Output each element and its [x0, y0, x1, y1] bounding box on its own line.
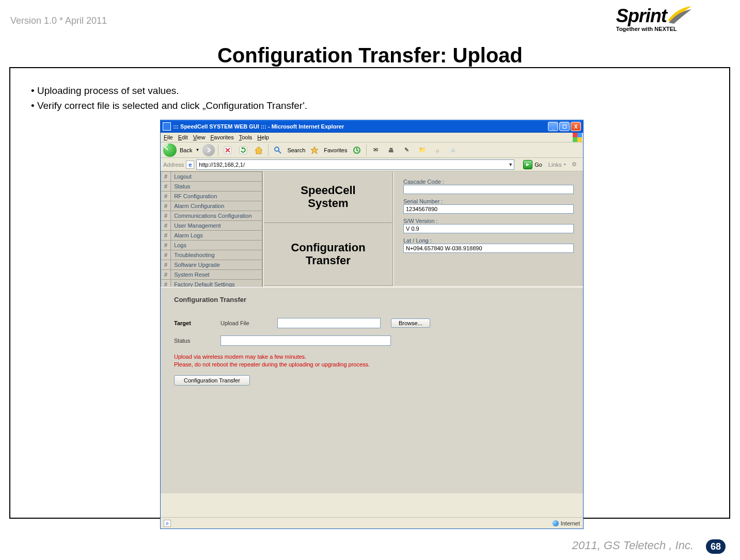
- ie-app-icon: [163, 122, 171, 131]
- sw-label: S/W Version :: [403, 218, 574, 224]
- search-icon[interactable]: [272, 144, 284, 156]
- messenger-button[interactable]: ☺: [447, 144, 460, 156]
- nav-sw-upgrade[interactable]: Software Upgrade: [171, 260, 262, 270]
- menu-view[interactable]: View: [193, 134, 206, 140]
- bullet-list: • Uploading process of set values. • Ver…: [31, 84, 307, 113]
- folder-button[interactable]: 📁: [416, 144, 429, 156]
- upload-file-label: Upload File: [221, 320, 267, 326]
- logo-brand: Sprint: [616, 5, 667, 27]
- back-label[interactable]: Back: [180, 147, 192, 153]
- print-button[interactable]: 🖶: [385, 144, 398, 156]
- config-transfer-panel: Configuration Transfer Target Upload Fil…: [161, 287, 583, 493]
- search-label[interactable]: Search: [287, 147, 305, 153]
- menu-tools[interactable]: Tools: [239, 134, 253, 140]
- sprint-wing-icon: [667, 5, 692, 26]
- lat-input[interactable]: [403, 244, 574, 253]
- nav-alarm-logs[interactable]: Alarm Logs: [171, 231, 262, 241]
- serial-label: Serial Number :: [403, 198, 574, 204]
- ie-menubar: File Edit View Favorites Tools Help: [161, 133, 583, 142]
- nav-user-mgmt[interactable]: User Management: [171, 221, 262, 231]
- sprint-logo: Sprint Together with NEXTEL: [616, 5, 719, 36]
- favorites-label[interactable]: Favorites: [324, 147, 347, 153]
- bullet-2: • Verify correct file is selected and cl…: [31, 99, 307, 114]
- maximize-button[interactable]: ☐: [559, 122, 570, 131]
- upload-file-input[interactable]: [277, 318, 381, 328]
- cfg-heading: Configuration Transfer: [174, 296, 570, 303]
- cascade-input[interactable]: [403, 185, 574, 194]
- minimize-button[interactable]: _: [548, 122, 558, 131]
- svg-point-2: [275, 147, 279, 151]
- lat-label: Lat / Long :: [403, 237, 574, 244]
- center-title-system: SpeedCell System: [264, 171, 392, 223]
- menu-favorites[interactable]: Favorites: [210, 134, 233, 140]
- warn-line-2: Please, do not reboot the repeater durin…: [174, 361, 570, 369]
- refresh-button[interactable]: [237, 144, 249, 156]
- page-title: Configuration Transfer: Upload: [0, 44, 740, 67]
- address-dropdown-icon[interactable]: ▼: [508, 162, 513, 167]
- sw-input[interactable]: [403, 224, 574, 233]
- ie-titlebar[interactable]: ::: SpeedCell SYSTEM WEB GUI ::: - Micro…: [161, 120, 583, 133]
- ie-address-bar: Address e ▼ Go Links » ⚙: [161, 158, 583, 171]
- ie-title-text: ::: SpeedCell SYSTEM WEB GUI ::: - Micro…: [173, 123, 344, 130]
- page-icon: e: [186, 161, 194, 169]
- footer-copyright: 2011, GS Teletech , Inc.: [572, 539, 694, 552]
- back-button[interactable]: [163, 143, 177, 157]
- page-number-badge: 68: [706, 539, 726, 554]
- nav-logout[interactable]: Logout: [171, 172, 262, 182]
- nav-alarm-config[interactable]: Alarm Configuration: [171, 201, 262, 211]
- status-label: Status: [174, 338, 210, 344]
- menu-file[interactable]: File: [164, 134, 173, 140]
- settings-icon[interactable]: ⚙: [568, 158, 580, 171]
- logo-tagline: Together with NEXTEL: [616, 26, 719, 32]
- status-input[interactable]: [221, 335, 391, 346]
- doc-version-label: Version 1.0 * April 2011: [10, 15, 107, 26]
- globe-icon: [553, 520, 559, 526]
- status-page-icon: e: [164, 520, 171, 527]
- address-label: Address: [163, 162, 184, 168]
- research-button[interactable]: ⌕: [432, 144, 444, 156]
- history-button[interactable]: [351, 144, 363, 156]
- address-input[interactable]: [196, 159, 514, 170]
- ie-window: ::: SpeedCell SYSTEM WEB GUI ::: - Micro…: [160, 120, 584, 529]
- forward-button[interactable]: [202, 144, 215, 156]
- center-title-cfg: Configuration Transfer: [264, 223, 392, 286]
- ie-toolbar: Back ▼ Search Favorites: [161, 142, 583, 158]
- nav-status[interactable]: Status: [171, 182, 262, 191]
- warn-line-1: Upload via wireless modem may take a few…: [174, 353, 570, 361]
- mail-button[interactable]: ✉: [370, 144, 382, 156]
- bullet-1: • Uploading process of set values.: [31, 84, 307, 99]
- config-transfer-button[interactable]: Configuration Transfer: [174, 375, 250, 386]
- nav-system-reset[interactable]: System Reset: [171, 270, 262, 280]
- windows-flag-icon: [573, 133, 582, 142]
- nav-comm-config[interactable]: Communications Configuration: [171, 211, 262, 221]
- edit-button[interactable]: ✎: [401, 144, 413, 156]
- stop-button[interactable]: [222, 144, 234, 156]
- target-label: Target: [174, 320, 210, 326]
- nav-logs[interactable]: Logs: [171, 241, 262, 250]
- center-titles: SpeedCell System Configuration Transfer: [264, 171, 393, 286]
- slide-frame: • Uploading process of set values. • Ver…: [9, 67, 730, 519]
- nav-rf-config[interactable]: RF Configuration: [171, 191, 262, 201]
- menu-help[interactable]: Help: [257, 134, 269, 140]
- favorites-icon[interactable]: [308, 144, 321, 156]
- status-zone: Internet: [561, 520, 580, 526]
- cascade-label: Cascade Code :: [403, 179, 574, 185]
- page-content: #Logout #Status #RF Configuration #Alarm…: [161, 171, 583, 517]
- go-label[interactable]: Go: [534, 162, 542, 168]
- upload-warning: Upload via wireless modem may take a few…: [174, 353, 570, 369]
- nav-troubleshooting[interactable]: Troubleshooting: [171, 250, 262, 260]
- serial-input[interactable]: [403, 204, 574, 214]
- browse-button[interactable]: Browse...: [391, 318, 430, 328]
- nav-pane: #Logout #Status #RF Configuration #Alarm…: [161, 171, 263, 299]
- links-label[interactable]: Links: [548, 162, 562, 168]
- close-button[interactable]: X: [571, 122, 581, 131]
- menu-edit[interactable]: Edit: [178, 134, 188, 140]
- go-button[interactable]: [523, 160, 532, 169]
- home-button[interactable]: [253, 144, 265, 156]
- ie-status-bar: e Internet: [161, 517, 583, 529]
- info-pane: Cascade Code : Serial Number : S/W Versi…: [394, 171, 583, 286]
